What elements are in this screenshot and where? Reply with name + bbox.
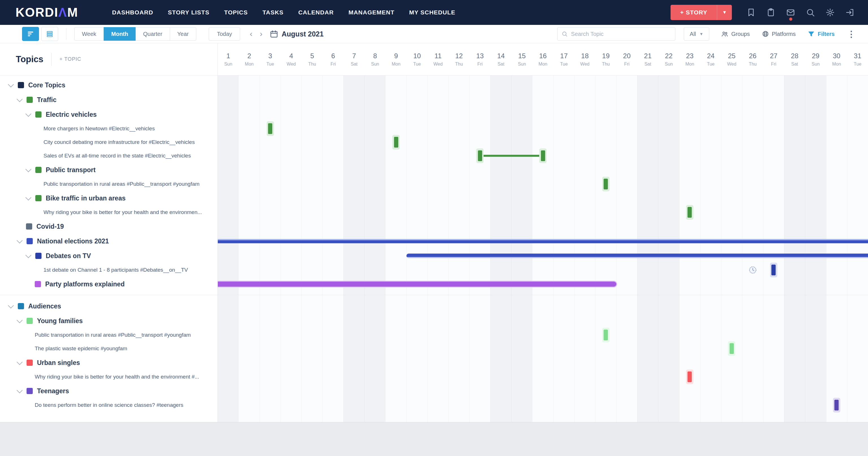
nav-item-story-lists[interactable]: STORY LISTS xyxy=(168,9,209,16)
timeline-row xyxy=(218,398,868,412)
topic-color-square xyxy=(35,167,41,173)
story-row-public-transportation-in-rural-areas-pub[interactable]: Public transportation in rural areas #Pu… xyxy=(0,328,217,342)
platforms-button[interactable]: Platforms xyxy=(762,30,796,37)
mail-icon[interactable] xyxy=(786,8,795,17)
story-row-the-plastic-waste-epidemic-youngfam[interactable]: The plastic waste epidemic #youngfam xyxy=(0,342,217,355)
chevron-down-icon[interactable] xyxy=(17,359,23,365)
story-row-public-transportation-in-rural-areas-pub[interactable]: Public transportation in rural areas #Pu… xyxy=(0,177,217,191)
day-header-cell: 24Tue xyxy=(700,43,721,75)
topic-row-national-elections-2021[interactable]: National elections 2021 xyxy=(0,234,217,249)
story-row-city-council-debating-more-infrastructur[interactable]: City council debating more infrastructur… xyxy=(0,135,217,149)
add-topic-button[interactable]: + TOPIC xyxy=(60,56,81,62)
topic-row-urban-singles[interactable]: Urban singles xyxy=(0,355,217,370)
add-story-button[interactable]: + STORY ▼ xyxy=(671,5,732,20)
range-option-year[interactable]: Year xyxy=(170,27,196,41)
chevron-down-icon[interactable] xyxy=(25,252,31,258)
range-option-month[interactable]: Month xyxy=(104,27,135,41)
chevron-down-icon[interactable] xyxy=(25,195,31,200)
chevron-down-icon[interactable] xyxy=(8,303,14,308)
nav-item-dashboard[interactable]: DASHBOARD xyxy=(112,9,153,16)
story-row-do-teens-perform-better-in-online-scienc[interactable]: Do teens perform better in online scienc… xyxy=(0,398,217,412)
topic-color-square xyxy=(26,223,32,230)
kordiam-logo[interactable]: KORDIΛM xyxy=(16,5,78,20)
timeline-span-bar[interactable] xyxy=(406,254,868,258)
nav-item-tasks[interactable]: TASKS xyxy=(262,9,284,16)
gear-icon[interactable] xyxy=(826,8,835,17)
nav-item-calendar[interactable]: CALENDAR xyxy=(298,9,334,16)
story-bar[interactable] xyxy=(602,177,610,191)
day-header-cell: 13Fri xyxy=(469,43,490,75)
timeline-span-bar[interactable] xyxy=(218,239,868,244)
story-label: Public transportation in rural areas #Pu… xyxy=(43,181,199,187)
story-bar[interactable] xyxy=(686,370,693,384)
story-bar[interactable] xyxy=(602,327,610,342)
story-row-more-chargers-in-newtown-electric-vehicl[interactable]: More chargers in Newtown #Electric__vehi… xyxy=(0,122,217,135)
list-view-toggle[interactable] xyxy=(41,27,58,41)
topic-row-covid-19[interactable]: Covid-19 xyxy=(0,219,217,234)
story-row-sales-of-evs-at-all-time-record-in-the-s[interactable]: Sales of EVs at all-time record in the s… xyxy=(0,149,217,163)
clipboard-icon[interactable] xyxy=(766,8,775,17)
day-header-cell: 27Fri xyxy=(763,43,784,75)
topic-row-debates-on-tv[interactable]: Debates on TV xyxy=(0,249,217,263)
story-row-1st-debate-on-channel-1-8-participants-d[interactable]: 1st debate on Channel 1 - 8 participants… xyxy=(0,263,217,277)
toolbar-separator xyxy=(66,28,66,39)
story-bar[interactable] xyxy=(392,135,400,149)
clock-icon[interactable] xyxy=(748,265,757,275)
story-bar[interactable] xyxy=(267,121,274,136)
nav-item-management[interactable]: MANAGEMENT xyxy=(348,9,395,16)
topic-row-party-platforms-explained[interactable]: Party platforms explained xyxy=(0,277,217,291)
story-bar[interactable] xyxy=(833,398,840,412)
day-weekday: Thu xyxy=(749,62,757,67)
chevron-down-icon[interactable] xyxy=(17,387,23,393)
day-number: 27 xyxy=(770,52,778,60)
range-option-week[interactable]: Week xyxy=(74,27,104,41)
topic-row-audiences[interactable]: Audiences xyxy=(0,299,217,314)
groups-button[interactable]: Groups xyxy=(721,30,750,37)
chevron-down-icon[interactable] xyxy=(25,166,31,172)
topic-row-young-families[interactable]: Young families xyxy=(0,314,217,328)
story-bar[interactable] xyxy=(686,205,693,220)
range-option-quarter[interactable]: Quarter xyxy=(135,27,170,41)
story-row-why-riding-your-bike-is-better-for-your-[interactable]: Why riding your bike is better for your … xyxy=(0,370,217,383)
day-header-cell: 2Mon xyxy=(239,43,259,75)
chevron-down-icon[interactable] xyxy=(17,317,23,323)
topic-row-teenagers[interactable]: Teenagers xyxy=(0,383,217,398)
timeline-row xyxy=(218,135,868,149)
nav-item-topics[interactable]: TOPICS xyxy=(224,9,248,16)
story-bar[interactable] xyxy=(728,341,735,356)
range-cap-bar[interactable] xyxy=(476,148,484,163)
story-range-bar[interactable] xyxy=(480,155,543,157)
search-topic-input[interactable] xyxy=(570,31,671,37)
chevron-down-icon[interactable] xyxy=(25,111,31,117)
topic-row-electric-vehicles[interactable]: Electric vehicles xyxy=(0,107,217,122)
logout-icon[interactable] xyxy=(845,8,855,17)
bottom-scroll-area[interactable] xyxy=(0,422,868,456)
timeline-row xyxy=(218,234,868,249)
topic-row-bike-traffic-in-urban-areas[interactable]: Bike traffic in urban areas xyxy=(0,191,217,205)
topic-row-traffic[interactable]: Traffic xyxy=(0,92,217,107)
chevron-down-icon[interactable]: ▼ xyxy=(717,10,732,15)
more-options-kebab[interactable]: ⋮ xyxy=(847,29,856,39)
next-period-arrow[interactable]: › xyxy=(260,29,262,38)
bookmark-icon[interactable] xyxy=(747,8,755,17)
search-icon[interactable] xyxy=(806,8,815,17)
chevron-down-icon[interactable] xyxy=(8,81,14,87)
chevron-down-icon[interactable] xyxy=(17,96,23,102)
prev-period-arrow[interactable]: ‹ xyxy=(250,29,252,38)
nav-item-my-schedule[interactable]: MY SCHEDULE xyxy=(409,9,455,16)
topic-row-public-transport[interactable]: Public transport xyxy=(0,163,217,177)
day-header-cell: 26Thu xyxy=(742,43,763,75)
chevron-down-icon[interactable] xyxy=(17,237,23,244)
day-number: 7 xyxy=(352,52,356,60)
timeline-row xyxy=(218,299,868,314)
gantt-view-toggle[interactable] xyxy=(22,27,39,41)
story-bar[interactable] xyxy=(770,263,777,277)
timeline-span-bar[interactable] xyxy=(218,282,616,287)
range-cap-bar[interactable] xyxy=(539,148,547,163)
topic-row-core-topics[interactable]: Core Topics xyxy=(0,78,217,92)
today-button[interactable]: Today xyxy=(209,27,240,41)
day-header-cell: 23Mon xyxy=(679,43,700,75)
story-row-why-riding-your-bike-is-better-for-your-[interactable]: Why riding your bike is better for your … xyxy=(0,205,217,219)
all-filter-dropdown[interactable]: All ▼ xyxy=(684,27,709,41)
filters-button[interactable]: Filters xyxy=(808,30,835,37)
